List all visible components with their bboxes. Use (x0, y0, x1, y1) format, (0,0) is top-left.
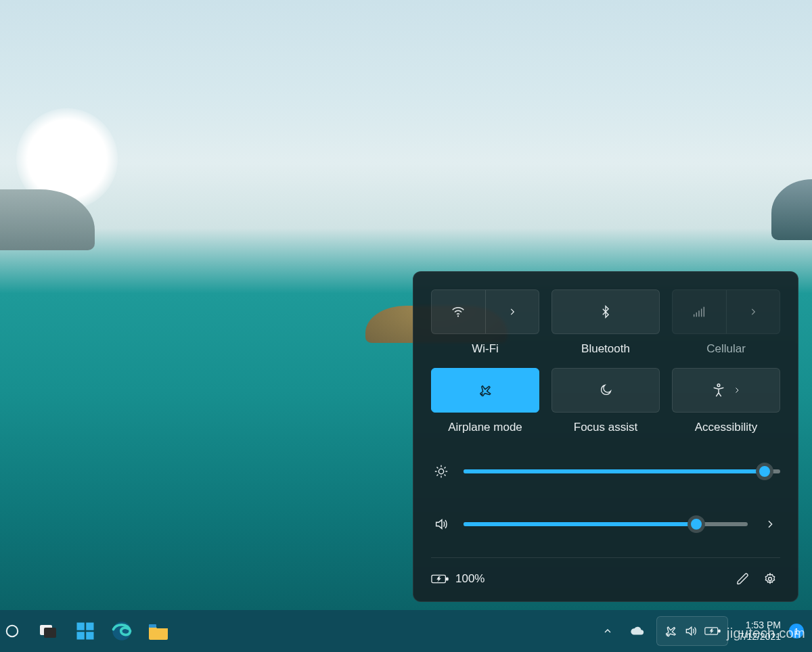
wallpaper-hill-right (771, 179, 812, 240)
airplane-tray-icon (664, 624, 677, 638)
tile-wrap-airplane: Airplane mode (431, 368, 539, 434)
volume-slider-row (431, 514, 780, 534)
taskbar-left (8, 620, 169, 642)
tile-wifi[interactable] (431, 289, 539, 334)
svg-point-11 (7, 626, 18, 637)
svg-point-7 (438, 469, 443, 473)
tile-bluetooth[interactable] (551, 289, 660, 334)
tile-label-wifi: Wi-Fi (472, 342, 499, 356)
tile-cellular[interactable] (672, 289, 780, 334)
edge-browser-button[interactable] (111, 620, 133, 642)
svg-rect-9 (446, 578, 448, 580)
bluetooth-icon (599, 304, 612, 319)
svg-rect-21 (718, 630, 720, 632)
wifi-icon (451, 304, 466, 319)
tile-label-cellular: Cellular (706, 342, 746, 356)
tile-wrap-cellular: Cellular (672, 289, 780, 356)
quick-settings-panel: Wi-Fi Bluetooth (413, 271, 798, 602)
battery-tray-icon (704, 626, 721, 636)
volume-icon (431, 514, 451, 534)
airplane-icon (477, 383, 493, 398)
brightness-slider-row (431, 461, 780, 482)
svg-rect-17 (86, 632, 93, 639)
taskbar: 1:53 PM 7/12/2021 1 (0, 610, 812, 652)
svg-rect-15 (86, 623, 93, 630)
tile-cellular-expand[interactable] (727, 290, 780, 333)
start-button[interactable] (74, 620, 96, 642)
tile-wrap-bluetooth: Bluetooth (551, 289, 660, 356)
taskbar-datetime[interactable]: 1:53 PM 7/12/2021 (739, 620, 781, 643)
tile-wrap-wifi: Wi-Fi (431, 289, 539, 356)
quick-settings-footer: 100% (431, 557, 780, 589)
tile-label-focus: Focus assist (574, 421, 637, 434)
brightness-slider-thumb[interactable] (756, 463, 773, 480)
volume-slider[interactable] (464, 522, 748, 526)
chevron-right-icon (508, 307, 517, 317)
tile-focus-assist[interactable] (551, 368, 660, 413)
brightness-icon (431, 461, 451, 482)
volume-tray-icon (684, 624, 698, 638)
tile-wifi-toggle[interactable] (432, 290, 486, 333)
brightness-slider[interactable] (464, 469, 780, 473)
signal-icon (692, 305, 706, 319)
tile-wifi-expand[interactable] (486, 290, 539, 333)
svg-point-0 (457, 315, 459, 317)
tile-wrap-accessibility: Accessibility (672, 368, 780, 434)
taskbar-right: 1:53 PM 7/12/2021 1 (597, 616, 804, 646)
tile-cellular-toggle[interactable] (673, 290, 727, 333)
tray-overflow-button[interactable] (597, 620, 618, 642)
volume-expand-button[interactable] (760, 514, 780, 534)
volume-slider-thumb[interactable] (687, 515, 705, 533)
notification-count: 1 (794, 626, 798, 636)
tile-label-accessibility: Accessibility (695, 421, 758, 434)
taskbar-time: 1:53 PM (739, 620, 781, 631)
svg-rect-16 (77, 632, 85, 639)
edit-quick-settings-button[interactable] (733, 569, 753, 589)
chevron-right-icon (748, 307, 758, 317)
svg-point-6 (717, 384, 720, 387)
tile-accessibility[interactable] (672, 368, 780, 413)
battery-icon (431, 573, 449, 585)
chevron-right-icon (733, 386, 741, 394)
tile-airplane-mode[interactable] (431, 368, 539, 413)
battery-text: 100% (455, 572, 484, 586)
task-view-button[interactable] (38, 620, 60, 642)
moon-icon (599, 383, 612, 397)
quick-settings-tiles: Wi-Fi Bluetooth (431, 289, 780, 434)
tile-wrap-focus: Focus assist (551, 368, 660, 434)
svg-rect-14 (77, 623, 85, 630)
file-explorer-button[interactable] (148, 620, 169, 642)
taskbar-widgets-button[interactable] (1, 620, 23, 642)
svg-rect-19 (149, 624, 156, 628)
notification-badge[interactable]: 1 (789, 624, 804, 638)
svg-point-10 (769, 578, 772, 581)
tile-label-airplane: Airplane mode (448, 421, 522, 434)
system-tray-group[interactable] (656, 616, 728, 646)
tile-label-bluetooth: Bluetooth (581, 342, 630, 356)
settings-button[interactable] (760, 569, 780, 589)
accessibility-icon (711, 383, 726, 398)
svg-rect-13 (44, 628, 56, 638)
taskbar-date: 7/12/2021 (739, 631, 781, 643)
onedrive-tray-icon[interactable] (627, 620, 648, 642)
sliders-section (431, 461, 780, 534)
